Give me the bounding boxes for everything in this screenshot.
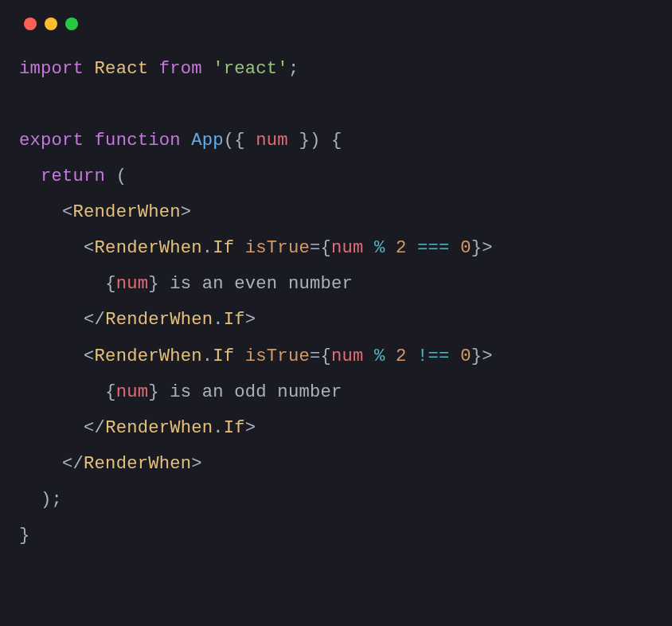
jsx-member: If bbox=[213, 238, 234, 258]
jsx-close: > bbox=[482, 346, 493, 366]
ret-lparen: ( bbox=[105, 166, 127, 186]
kw-return: return bbox=[41, 166, 105, 186]
jsx-tag: RenderWhen bbox=[105, 418, 213, 438]
destruct-lbrace: { bbox=[234, 131, 245, 151]
ident-num: num bbox=[116, 274, 149, 294]
jsx-tag: RenderWhen bbox=[95, 346, 202, 366]
op-mod: % bbox=[364, 238, 397, 258]
jsx-open: < bbox=[84, 238, 95, 258]
jsx-text: is an odd number bbox=[159, 382, 342, 402]
kw-from: from bbox=[159, 59, 202, 79]
jsx-expr-rbrace: } bbox=[471, 346, 483, 366]
jsx-dot: . bbox=[202, 346, 213, 366]
close-icon[interactable] bbox=[24, 18, 37, 30]
jsx-dot: . bbox=[213, 418, 224, 438]
kw-function: function bbox=[95, 131, 181, 151]
jsx-tag: RenderWhen bbox=[105, 310, 213, 330]
jsx-expr-rbrace: } bbox=[471, 238, 483, 258]
num-2: 2 bbox=[396, 346, 407, 366]
rparen: ) bbox=[310, 131, 321, 151]
zoom-icon[interactable] bbox=[65, 18, 78, 30]
jsx-tag: RenderWhen bbox=[84, 454, 191, 474]
jsx-tag: RenderWhen bbox=[95, 238, 202, 258]
jsx-dot: . bbox=[202, 238, 213, 258]
jsx-close: > bbox=[245, 418, 256, 438]
op-neq: !== bbox=[407, 346, 461, 366]
op-mod: % bbox=[364, 346, 397, 366]
fn-rbrace: } bbox=[19, 526, 30, 546]
jsx-member: If bbox=[213, 346, 234, 366]
jsx-open: < bbox=[62, 202, 73, 222]
jsx-member: If bbox=[224, 418, 245, 438]
jsx-attr: isTrue bbox=[245, 238, 310, 258]
ident-num: num bbox=[331, 238, 364, 258]
op-eq: === bbox=[407, 238, 461, 258]
jsx-close: > bbox=[191, 454, 202, 474]
window-titlebar bbox=[0, 0, 672, 30]
jsx-expr-lbrace: { bbox=[105, 382, 116, 402]
fn-lbrace: { bbox=[320, 131, 342, 151]
jsx-expr-rbrace: } bbox=[148, 382, 159, 402]
ret-rparen-semi: ); bbox=[41, 490, 62, 510]
jsx-close-open: </ bbox=[84, 310, 105, 330]
jsx-dot: . bbox=[213, 310, 224, 330]
param-num: num bbox=[256, 131, 288, 151]
jsx-close: > bbox=[181, 202, 192, 222]
jsx-eq: = bbox=[310, 238, 321, 258]
ident-num: num bbox=[331, 346, 364, 366]
jsx-expr-lbrace: { bbox=[320, 238, 331, 258]
jsx-close: > bbox=[245, 310, 256, 330]
kw-export: export bbox=[19, 131, 84, 151]
jsx-text: is an even number bbox=[159, 274, 353, 294]
kw-import: import bbox=[19, 59, 84, 79]
semi: ; bbox=[288, 59, 299, 79]
ident-num: num bbox=[116, 382, 149, 402]
jsx-open: < bbox=[84, 346, 95, 366]
destruct-rbrace: } bbox=[299, 131, 310, 151]
jsx-close-open: </ bbox=[62, 454, 84, 474]
lparen: ( bbox=[224, 131, 235, 151]
jsx-member: If bbox=[224, 310, 245, 330]
jsx-expr-lbrace: { bbox=[320, 346, 331, 366]
fn-name: App bbox=[191, 131, 224, 151]
jsx-close: > bbox=[482, 238, 493, 258]
str-react: 'react' bbox=[213, 59, 288, 79]
jsx-expr-rbrace: } bbox=[148, 274, 159, 294]
jsx-tag: RenderWhen bbox=[73, 202, 181, 222]
num-2: 2 bbox=[396, 238, 407, 258]
code-window: import React from 'react'; export functi… bbox=[0, 0, 672, 626]
jsx-attr: isTrue bbox=[245, 346, 310, 366]
ident-react: React bbox=[95, 59, 149, 79]
num-0: 0 bbox=[460, 238, 471, 258]
jsx-expr-lbrace: { bbox=[105, 274, 116, 294]
minimize-icon[interactable] bbox=[45, 18, 57, 30]
num-0: 0 bbox=[460, 346, 471, 366]
code-block: import React from 'react'; export functi… bbox=[0, 30, 672, 573]
jsx-eq: = bbox=[310, 346, 321, 366]
jsx-close-open: </ bbox=[84, 418, 105, 438]
